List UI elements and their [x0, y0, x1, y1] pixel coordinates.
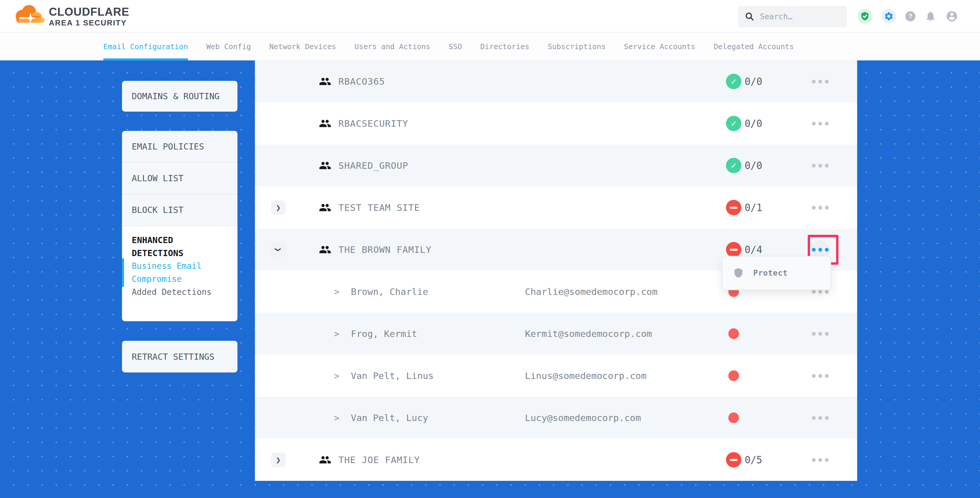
table-row-group[interactable]: THE JOE FAMILY 0/5	[255, 439, 857, 481]
ellipsis-icon	[812, 416, 816, 420]
top-header: CLOUDFLARE AREA 1 SECURITY ?	[0, 0, 980, 33]
context-menu: Protect	[722, 256, 831, 290]
ellipsis-icon	[812, 248, 816, 252]
row-menu-button[interactable]	[811, 198, 830, 217]
status-badge	[726, 242, 741, 257]
group-icon	[319, 453, 331, 466]
chevron-icon	[276, 457, 281, 463]
search-input[interactable]	[760, 12, 840, 21]
sidebar-policy-label: EMAIL POLICIES	[132, 142, 204, 151]
group-name: RBACO365	[339, 60, 385, 102]
cloudflare-cloud-icon	[12, 4, 45, 27]
help-icon[interactable]: ?	[905, 11, 915, 21]
ellipsis-icon	[812, 206, 816, 210]
table-row-group[interactable]: TEST TEAM SITE 0/1	[255, 186, 857, 229]
status-badge	[726, 74, 741, 89]
check-icon	[731, 118, 737, 129]
row-menu-button[interactable]	[811, 114, 830, 133]
search-icon	[745, 11, 755, 22]
config-tab-label: Email Configuration	[103, 42, 188, 51]
member-count: 0/5	[745, 439, 762, 481]
sidebar-policy-item[interactable]: BLOCK LIST	[122, 194, 237, 226]
row-menu-button[interactable]	[811, 324, 830, 343]
account-icon[interactable]	[946, 10, 958, 22]
member-count: 0/0	[745, 60, 762, 102]
config-tab-label: Subscriptions	[548, 42, 606, 51]
settings-gear-icon[interactable]	[881, 9, 896, 24]
config-tab-label: Web Config	[206, 42, 251, 51]
sidebar-enhanced-item[interactable]: Business Email Compromise	[132, 260, 228, 286]
ellipsis-icon	[812, 374, 816, 378]
row-menu-button[interactable]	[811, 366, 830, 385]
table-row-group[interactable]: RBACO365 0/0	[255, 60, 857, 102]
table-row-user[interactable]: Frog, Kermit Kermit@somedemocorp.com	[255, 313, 857, 355]
user-name: Brown, Charlie	[351, 270, 428, 313]
group-icon	[319, 243, 331, 256]
status-badge	[726, 452, 741, 468]
table-row-user[interactable]: Van Pelt, Lucy Lucy@somedemocorp.com	[255, 397, 857, 439]
sidebar-enhanced-label: Business Email Compromise	[132, 261, 202, 284]
search-box[interactable]	[738, 6, 847, 27]
config-tab[interactable]: Delegated Accounts	[714, 33, 794, 60]
status-dot	[728, 371, 739, 381]
ellipsis-icon	[812, 332, 816, 336]
ellipsis-icon	[812, 290, 816, 294]
sidebar-label: DOMAINS & ROUTING	[132, 91, 220, 101]
minus-icon	[730, 207, 738, 209]
secondary-nav: Email Configuration Web Config Network D…	[0, 33, 980, 60]
user-email: Lucy@somedemocorp.com	[525, 397, 641, 439]
table-row-group[interactable]: SHARED_GROUP 0/0	[255, 145, 857, 186]
group-name: RBACSECURITY	[339, 102, 408, 145]
expand-toggle-button[interactable]	[271, 453, 285, 467]
config-tab[interactable]: Directories	[480, 33, 530, 60]
sidebar-policies-card: EMAIL POLICIES ALLOW LIST BLOCK LIST ENH…	[122, 131, 237, 321]
sidebar-policy-item[interactable]: EMAIL POLICIES	[122, 131, 237, 162]
config-tab[interactable]: Service Accounts	[624, 33, 695, 60]
member-count: 0/0	[745, 145, 762, 186]
enhanced-detections-title: ENHANCED DETECTIONS	[132, 234, 200, 260]
expand-toggle-button[interactable]	[271, 242, 285, 257]
shield-icon	[733, 267, 744, 279]
sidebar-item-domains-routing[interactable]: DOMAINS & ROUTING	[122, 81, 237, 111]
sidebar-item-retract-settings[interactable]: RETRACT SETTINGS	[122, 341, 237, 372]
row-menu-button[interactable]	[811, 156, 830, 175]
config-tab[interactable]: Web Config	[206, 33, 251, 60]
user-name: Frog, Kermit	[351, 313, 417, 355]
config-tab[interactable]: Network Devices	[269, 33, 336, 60]
shield-check-icon[interactable]	[858, 9, 872, 24]
sidebar-policy-label: ALLOW LIST	[132, 173, 184, 183]
header-icon-cluster: ?	[858, 0, 980, 33]
sidebar-label: RETRACT SETTINGS	[132, 352, 214, 362]
chevron-icon	[334, 313, 339, 355]
notifications-bell-icon[interactable]	[924, 10, 937, 22]
expand-toggle-button[interactable]	[271, 200, 285, 215]
ellipsis-icon	[812, 80, 816, 83]
sidebar-policy-item[interactable]: ALLOW LIST	[122, 162, 237, 194]
minus-icon	[730, 459, 738, 461]
chevron-icon	[334, 355, 339, 397]
row-menu-button[interactable]	[811, 72, 830, 91]
table-row-user[interactable]: Van Pelt, Linus Linus@somedemocorp.com	[255, 355, 857, 397]
config-tab[interactable]: Users and Actions	[355, 33, 430, 60]
user-name: Van Pelt, Lucy	[351, 397, 428, 439]
sidebar-enhanced-item[interactable]: Added Detections	[132, 286, 228, 299]
member-count: 0/1	[745, 186, 762, 229]
sidebar-enhanced-label: Added Detections	[132, 287, 212, 297]
config-tab[interactable]: SSO	[449, 33, 462, 60]
table-row-group[interactable]: RBACSECURITY 0/0	[255, 102, 857, 145]
user-name: Van Pelt, Linus	[351, 355, 434, 397]
ellipsis-icon	[812, 164, 816, 167]
member-count: 0/0	[745, 102, 762, 145]
group-icon	[319, 117, 331, 130]
row-menu-button[interactable]	[811, 450, 830, 469]
sidebar-policy-list: EMAIL POLICIES ALLOW LIST BLOCK LIST	[122, 131, 237, 226]
config-tab[interactable]: Subscriptions	[548, 33, 606, 60]
row-menu-button[interactable]	[811, 408, 830, 427]
config-tab[interactable]: Email Configuration	[103, 33, 188, 60]
user-email: Kermit@somedemocorp.com	[525, 313, 652, 355]
context-menu-item-protect[interactable]: Protect	[722, 256, 830, 290]
sidebar-enhanced-detections: ENHANCED DETECTIONS Business Email Compr…	[122, 226, 237, 321]
top-nav	[137, 0, 193, 33]
context-menu-label: Protect	[753, 269, 788, 277]
group-name: THE BROWN FAMILY	[339, 229, 432, 270]
